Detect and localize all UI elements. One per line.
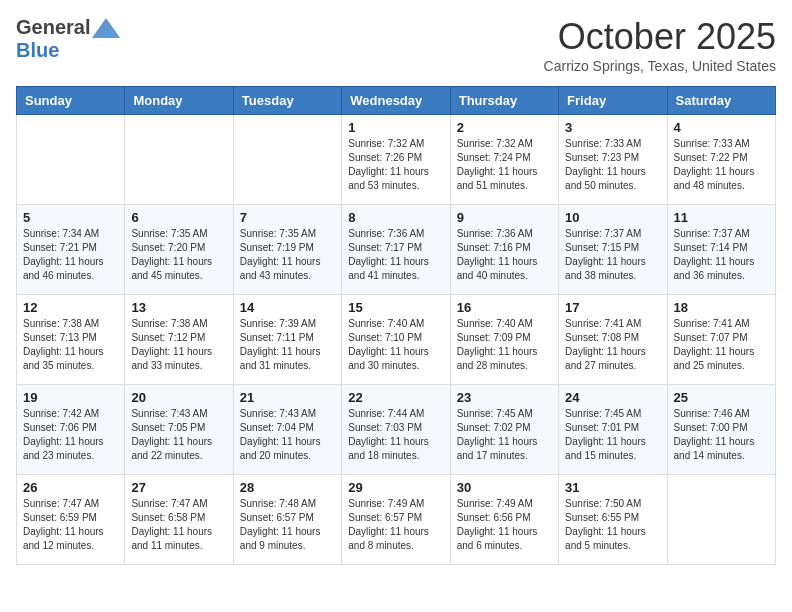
day-info: Sunrise: 7:47 AM Sunset: 6:58 PM Dayligh… [131, 497, 226, 553]
day-number: 20 [131, 390, 226, 405]
day-info: Sunrise: 7:41 AM Sunset: 7:07 PM Dayligh… [674, 317, 769, 373]
calendar-cell [125, 115, 233, 205]
day-info: Sunrise: 7:44 AM Sunset: 7:03 PM Dayligh… [348, 407, 443, 463]
day-number: 22 [348, 390, 443, 405]
day-info: Sunrise: 7:45 AM Sunset: 7:02 PM Dayligh… [457, 407, 552, 463]
day-info: Sunrise: 7:35 AM Sunset: 7:19 PM Dayligh… [240, 227, 335, 283]
weekday-header-saturday: Saturday [667, 87, 775, 115]
day-number: 25 [674, 390, 769, 405]
day-number: 26 [23, 480, 118, 495]
day-number: 8 [348, 210, 443, 225]
weekday-header-monday: Monday [125, 87, 233, 115]
day-number: 2 [457, 120, 552, 135]
calendar-cell: 23Sunrise: 7:45 AM Sunset: 7:02 PM Dayli… [450, 385, 558, 475]
day-info: Sunrise: 7:37 AM Sunset: 7:15 PM Dayligh… [565, 227, 660, 283]
calendar-cell: 26Sunrise: 7:47 AM Sunset: 6:59 PM Dayli… [17, 475, 125, 565]
week-row-3: 12Sunrise: 7:38 AM Sunset: 7:13 PM Dayli… [17, 295, 776, 385]
calendar-cell: 21Sunrise: 7:43 AM Sunset: 7:04 PM Dayli… [233, 385, 341, 475]
calendar-cell: 25Sunrise: 7:46 AM Sunset: 7:00 PM Dayli… [667, 385, 775, 475]
day-number: 7 [240, 210, 335, 225]
calendar-cell: 29Sunrise: 7:49 AM Sunset: 6:57 PM Dayli… [342, 475, 450, 565]
calendar-table: SundayMondayTuesdayWednesdayThursdayFrid… [16, 86, 776, 565]
calendar-cell: 27Sunrise: 7:47 AM Sunset: 6:58 PM Dayli… [125, 475, 233, 565]
day-number: 16 [457, 300, 552, 315]
week-row-1: 1Sunrise: 7:32 AM Sunset: 7:26 PM Daylig… [17, 115, 776, 205]
calendar-cell: 10Sunrise: 7:37 AM Sunset: 7:15 PM Dayli… [559, 205, 667, 295]
day-number: 18 [674, 300, 769, 315]
week-row-5: 26Sunrise: 7:47 AM Sunset: 6:59 PM Dayli… [17, 475, 776, 565]
calendar-cell: 17Sunrise: 7:41 AM Sunset: 7:08 PM Dayli… [559, 295, 667, 385]
day-number: 3 [565, 120, 660, 135]
day-number: 14 [240, 300, 335, 315]
day-info: Sunrise: 7:49 AM Sunset: 6:56 PM Dayligh… [457, 497, 552, 553]
day-info: Sunrise: 7:46 AM Sunset: 7:00 PM Dayligh… [674, 407, 769, 463]
day-number: 24 [565, 390, 660, 405]
calendar-cell [17, 115, 125, 205]
day-number: 4 [674, 120, 769, 135]
day-number: 29 [348, 480, 443, 495]
calendar-cell: 13Sunrise: 7:38 AM Sunset: 7:12 PM Dayli… [125, 295, 233, 385]
day-info: Sunrise: 7:36 AM Sunset: 7:17 PM Dayligh… [348, 227, 443, 283]
calendar-cell [667, 475, 775, 565]
day-info: Sunrise: 7:33 AM Sunset: 7:22 PM Dayligh… [674, 137, 769, 193]
day-info: Sunrise: 7:50 AM Sunset: 6:55 PM Dayligh… [565, 497, 660, 553]
calendar-cell: 16Sunrise: 7:40 AM Sunset: 7:09 PM Dayli… [450, 295, 558, 385]
day-number: 17 [565, 300, 660, 315]
calendar-cell: 1Sunrise: 7:32 AM Sunset: 7:26 PM Daylig… [342, 115, 450, 205]
day-info: Sunrise: 7:40 AM Sunset: 7:09 PM Dayligh… [457, 317, 552, 373]
day-info: Sunrise: 7:32 AM Sunset: 7:24 PM Dayligh… [457, 137, 552, 193]
weekday-header-wednesday: Wednesday [342, 87, 450, 115]
day-info: Sunrise: 7:45 AM Sunset: 7:01 PM Dayligh… [565, 407, 660, 463]
calendar-cell: 8Sunrise: 7:36 AM Sunset: 7:17 PM Daylig… [342, 205, 450, 295]
day-info: Sunrise: 7:37 AM Sunset: 7:14 PM Dayligh… [674, 227, 769, 283]
day-info: Sunrise: 7:39 AM Sunset: 7:11 PM Dayligh… [240, 317, 335, 373]
calendar-cell: 15Sunrise: 7:40 AM Sunset: 7:10 PM Dayli… [342, 295, 450, 385]
day-number: 11 [674, 210, 769, 225]
calendar-cell: 14Sunrise: 7:39 AM Sunset: 7:11 PM Dayli… [233, 295, 341, 385]
day-number: 5 [23, 210, 118, 225]
calendar-cell: 18Sunrise: 7:41 AM Sunset: 7:07 PM Dayli… [667, 295, 775, 385]
month-title: October 2025 [544, 16, 776, 58]
calendar-cell [233, 115, 341, 205]
logo-icon [92, 18, 120, 38]
calendar-cell: 19Sunrise: 7:42 AM Sunset: 7:06 PM Dayli… [17, 385, 125, 475]
week-row-2: 5Sunrise: 7:34 AM Sunset: 7:21 PM Daylig… [17, 205, 776, 295]
day-number: 19 [23, 390, 118, 405]
logo: General Blue [16, 16, 120, 62]
calendar-cell: 2Sunrise: 7:32 AM Sunset: 7:24 PM Daylig… [450, 115, 558, 205]
day-number: 10 [565, 210, 660, 225]
weekday-header-thursday: Thursday [450, 87, 558, 115]
day-info: Sunrise: 7:36 AM Sunset: 7:16 PM Dayligh… [457, 227, 552, 283]
day-number: 13 [131, 300, 226, 315]
day-number: 6 [131, 210, 226, 225]
calendar-cell: 20Sunrise: 7:43 AM Sunset: 7:05 PM Dayli… [125, 385, 233, 475]
day-info: Sunrise: 7:38 AM Sunset: 7:13 PM Dayligh… [23, 317, 118, 373]
day-info: Sunrise: 7:35 AM Sunset: 7:20 PM Dayligh… [131, 227, 226, 283]
day-info: Sunrise: 7:43 AM Sunset: 7:05 PM Dayligh… [131, 407, 226, 463]
logo-blue-text: Blue [16, 39, 59, 61]
day-info: Sunrise: 7:34 AM Sunset: 7:21 PM Dayligh… [23, 227, 118, 283]
day-info: Sunrise: 7:38 AM Sunset: 7:12 PM Dayligh… [131, 317, 226, 373]
day-number: 27 [131, 480, 226, 495]
weekday-header-tuesday: Tuesday [233, 87, 341, 115]
day-number: 1 [348, 120, 443, 135]
day-number: 28 [240, 480, 335, 495]
day-number: 31 [565, 480, 660, 495]
day-number: 12 [23, 300, 118, 315]
title-section: October 2025 Carrizo Springs, Texas, Uni… [544, 16, 776, 74]
calendar-cell: 9Sunrise: 7:36 AM Sunset: 7:16 PM Daylig… [450, 205, 558, 295]
calendar-cell: 3Sunrise: 7:33 AM Sunset: 7:23 PM Daylig… [559, 115, 667, 205]
calendar-cell: 11Sunrise: 7:37 AM Sunset: 7:14 PM Dayli… [667, 205, 775, 295]
day-info: Sunrise: 7:43 AM Sunset: 7:04 PM Dayligh… [240, 407, 335, 463]
calendar-cell: 5Sunrise: 7:34 AM Sunset: 7:21 PM Daylig… [17, 205, 125, 295]
day-number: 23 [457, 390, 552, 405]
week-row-4: 19Sunrise: 7:42 AM Sunset: 7:06 PM Dayli… [17, 385, 776, 475]
calendar-cell: 31Sunrise: 7:50 AM Sunset: 6:55 PM Dayli… [559, 475, 667, 565]
day-info: Sunrise: 7:47 AM Sunset: 6:59 PM Dayligh… [23, 497, 118, 553]
location-text: Carrizo Springs, Texas, United States [544, 58, 776, 74]
weekday-header-sunday: Sunday [17, 87, 125, 115]
calendar-cell: 28Sunrise: 7:48 AM Sunset: 6:57 PM Dayli… [233, 475, 341, 565]
calendar-cell: 6Sunrise: 7:35 AM Sunset: 7:20 PM Daylig… [125, 205, 233, 295]
day-info: Sunrise: 7:48 AM Sunset: 6:57 PM Dayligh… [240, 497, 335, 553]
day-info: Sunrise: 7:32 AM Sunset: 7:26 PM Dayligh… [348, 137, 443, 193]
